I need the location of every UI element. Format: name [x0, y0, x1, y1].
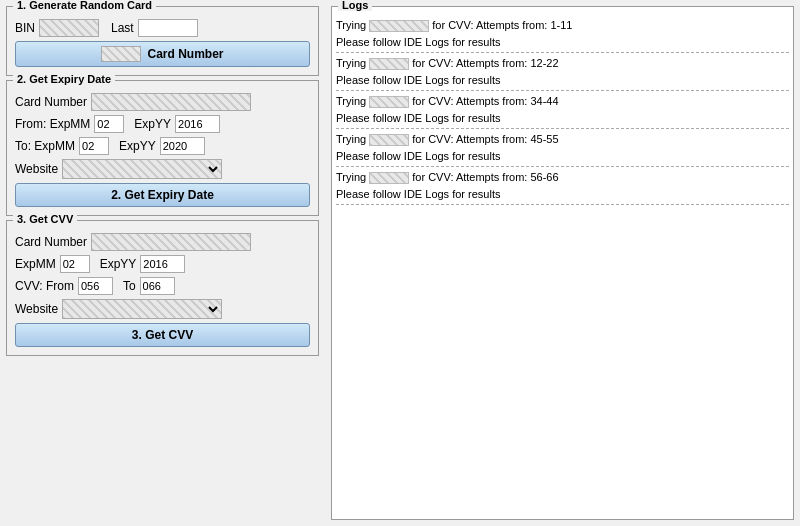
log-entry-trying-2: Trying for CVV: Attempts from: 12-22	[336, 55, 789, 72]
bin-label: BIN	[15, 21, 35, 35]
get-expiry-date-button[interactable]: 2. Get Expiry Date	[15, 183, 310, 207]
log-followide-text-1: Please follow IDE Logs for results	[336, 36, 500, 48]
log-separator-3	[336, 128, 789, 129]
cvv-from-input[interactable]	[78, 277, 113, 295]
section3-title: 3. Get CVV	[13, 213, 77, 225]
left-panel: 1. Generate Random Card BIN Last Card Nu…	[0, 0, 325, 526]
from-expyy-label: ExpYY	[134, 117, 171, 131]
section3-expmm-label: ExpMM	[15, 257, 56, 271]
log-entry-trying-1: Trying for CVV: Attempts from: 1-11	[336, 17, 789, 34]
log-followide-text-5: Please follow IDE Logs for results	[336, 188, 500, 200]
from-expmm-input[interactable]	[94, 115, 124, 133]
log-separator-2	[336, 90, 789, 91]
log-for-cvv-3: for CVV: Attempts from: 34-44	[412, 95, 558, 107]
last-input[interactable]	[138, 19, 198, 37]
section2-card-number-input[interactable]	[91, 93, 251, 111]
log-trying-prefix-2: Trying	[336, 57, 369, 69]
section2-to-expmm-row: To: ExpMM ExpYY	[15, 137, 310, 155]
section3-card-number-label: Card Number	[15, 235, 87, 249]
log-trying-prefix-4: Trying	[336, 133, 369, 145]
log-trying-prefix: Trying	[336, 19, 369, 31]
log-for-cvv-1: for CVV: Attempts from: 1-11	[432, 19, 572, 31]
logs-content: Trying for CVV: Attempts from: 1-11 Plea…	[332, 13, 793, 519]
section3-expyy-label: ExpYY	[100, 257, 137, 271]
log-separator-1	[336, 52, 789, 53]
log-separator-4	[336, 166, 789, 167]
button3-label: 3. Get CVV	[132, 328, 193, 342]
button2-label: 2. Get Expiry Date	[111, 188, 214, 202]
log-followide-text-3: Please follow IDE Logs for results	[336, 112, 500, 124]
log-hatched-5	[369, 172, 409, 184]
log-entry-trying-5: Trying for CVV: Attempts from: 56-66	[336, 169, 789, 186]
log-followide-4: Please follow IDE Logs for results	[336, 148, 789, 164]
log-followide-3: Please follow IDE Logs for results	[336, 110, 789, 126]
section3-website-select[interactable]	[62, 299, 222, 319]
section2-card-number-row: Card Number	[15, 93, 310, 111]
last-label: Last	[111, 21, 134, 35]
section3-card-number-row: Card Number	[15, 233, 310, 251]
logs-box: Logs Trying for CVV: Attempts from: 1-11…	[331, 6, 794, 520]
log-hatched-1	[369, 20, 429, 32]
log-entry-trying-4: Trying for CVV: Attempts from: 45-55	[336, 131, 789, 148]
section3-expmm-input[interactable]	[60, 255, 90, 273]
section2-website-row: Website	[15, 159, 310, 179]
section3-website-label: Website	[15, 302, 58, 316]
to-expmm-input[interactable]	[79, 137, 109, 155]
log-trying-prefix-3: Trying	[336, 95, 369, 107]
section2-website-select[interactable]	[62, 159, 222, 179]
log-followide-text-4: Please follow IDE Logs for results	[336, 150, 500, 162]
bin-row: BIN Last	[15, 19, 310, 37]
from-expyy-input[interactable]	[175, 115, 220, 133]
to-expyy-input[interactable]	[160, 137, 205, 155]
generate-card-number-button[interactable]: Card Number	[15, 41, 310, 67]
log-followide-text-2: Please follow IDE Logs for results	[336, 74, 500, 86]
section3-to-label: To	[123, 279, 136, 293]
log-hatched-2	[369, 58, 409, 70]
section2-from-expmm-row: From: ExpMM ExpYY	[15, 115, 310, 133]
log-followide-5: Please follow IDE Logs for results	[336, 186, 789, 202]
to-expyy-label: ExpYY	[119, 139, 156, 153]
section2-title: 2. Get Expiry Date	[13, 73, 115, 85]
right-panel: Logs Trying for CVV: Attempts from: 1-11…	[325, 0, 800, 526]
log-hatched-4	[369, 134, 409, 146]
section-get-expiry-date: 2. Get Expiry Date Card Number From: Exp…	[6, 80, 319, 216]
log-entry-trying-3: Trying for CVV: Attempts from: 34-44	[336, 93, 789, 110]
section3-cvv-row: CVV: From To	[15, 277, 310, 295]
log-for-cvv-4: for CVV: Attempts from: 45-55	[412, 133, 558, 145]
bin-input[interactable]	[39, 19, 99, 37]
button1-label: Card Number	[147, 47, 223, 61]
to-expmm-label: To: ExpMM	[15, 139, 75, 153]
section3-expyy-input[interactable]	[140, 255, 185, 273]
button1-icon	[101, 46, 141, 62]
section3-website-row: Website	[15, 299, 310, 319]
section-get-cvv: 3. Get CVV Card Number ExpMM ExpYY CVV: …	[6, 220, 319, 356]
section2-website-label: Website	[15, 162, 58, 176]
log-for-cvv-5: for CVV: Attempts from: 56-66	[412, 171, 558, 183]
section-generate-random-card: 1. Generate Random Card BIN Last Card Nu…	[6, 6, 319, 76]
log-followide-2: Please follow IDE Logs for results	[336, 72, 789, 88]
section1-title: 1. Generate Random Card	[13, 0, 156, 11]
section3-expmm-row: ExpMM ExpYY	[15, 255, 310, 273]
from-expmm-label: From: ExpMM	[15, 117, 90, 131]
get-cvv-button[interactable]: 3. Get CVV	[15, 323, 310, 347]
log-for-cvv-2: for CVV: Attempts from: 12-22	[412, 57, 558, 69]
cvv-to-input[interactable]	[140, 277, 175, 295]
log-separator-5	[336, 204, 789, 205]
section2-card-number-label: Card Number	[15, 95, 87, 109]
logs-title: Logs	[338, 0, 372, 11]
log-followide-1: Please follow IDE Logs for results	[336, 34, 789, 50]
log-hatched-3	[369, 96, 409, 108]
section3-card-number-input[interactable]	[91, 233, 251, 251]
section3-cvv-from-label: CVV: From	[15, 279, 74, 293]
log-trying-prefix-5: Trying	[336, 171, 369, 183]
